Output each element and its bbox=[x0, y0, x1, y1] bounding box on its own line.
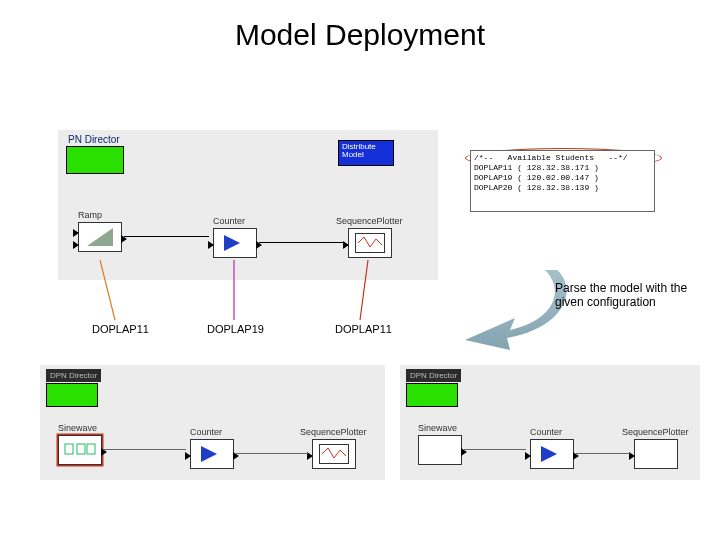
bottom-right-panel: DPN Director Sinewave Counter SequencePl… bbox=[400, 365, 700, 480]
counter-port-in bbox=[208, 241, 214, 249]
counter-actor-left bbox=[190, 439, 234, 469]
config-line-0: DOPLAP11 ( 128.32.38.171 ) bbox=[474, 163, 599, 172]
host-label-b: DOPLAP19 bbox=[207, 323, 264, 335]
counter-port-in-right bbox=[525, 452, 531, 460]
ramp-actor bbox=[78, 222, 122, 252]
wire-br-2 bbox=[576, 453, 630, 454]
config-header: /*-- Available Students --*/ bbox=[474, 153, 628, 162]
wire-counter-plotter bbox=[259, 242, 344, 243]
ramp-port-in-2 bbox=[73, 241, 79, 249]
ramp-port-in-1 bbox=[73, 229, 79, 237]
plotter-icon bbox=[355, 233, 385, 253]
counter-amp-icon-left bbox=[201, 446, 217, 462]
bottom-left-panel: DPN Director Sinewave Counter SequencePl… bbox=[40, 365, 385, 480]
host-label-a: DOPLAP11 bbox=[92, 323, 149, 335]
counter-actor bbox=[213, 228, 257, 258]
dpn-director-label-right: DPN Director bbox=[406, 369, 461, 382]
wire-ramp-counter bbox=[124, 236, 209, 237]
slide: Model Deployment PN Director Distribute … bbox=[0, 0, 720, 540]
wire-br-1 bbox=[464, 449, 526, 450]
wire-bl-1 bbox=[104, 449, 186, 450]
wire-bl-2 bbox=[236, 453, 308, 454]
svg-rect-3 bbox=[65, 444, 73, 454]
top-model-panel: PN Director Distribute Model Ramp Counte… bbox=[58, 130, 438, 280]
counter-amp-icon-right bbox=[541, 446, 557, 462]
sine-actor-right bbox=[418, 435, 462, 465]
plotter-actor-right bbox=[634, 439, 678, 469]
pn-director-label: PN Director bbox=[68, 134, 120, 145]
counter-label-left: Counter bbox=[190, 427, 222, 437]
counter-label: Counter bbox=[213, 216, 245, 226]
plotter-actor bbox=[348, 228, 392, 258]
dpn-director-label-left: DPN Director bbox=[46, 369, 101, 382]
config-line-1: DOPLAP19 ( 120.02.00.147 ) bbox=[474, 173, 599, 182]
sine-icon bbox=[63, 442, 97, 458]
plotter-actor-left bbox=[312, 439, 356, 469]
config-text-box: /*-- Available Students --*/ DOPLAP11 ( … bbox=[470, 150, 655, 212]
plotter-label-right: SequencePlotter bbox=[622, 427, 689, 437]
sine-label-left: Sinewave bbox=[58, 423, 97, 433]
dpn-director-block-left bbox=[46, 383, 98, 407]
ramp-label: Ramp bbox=[78, 210, 102, 220]
host-label-c: DOPLAP11 bbox=[335, 323, 392, 335]
dpn-director-block-right bbox=[406, 383, 458, 407]
config-line-2: DOPLAP20 ( 128.32.38.139 ) bbox=[474, 183, 599, 192]
plotter-icon-left bbox=[319, 444, 349, 464]
svg-rect-4 bbox=[77, 444, 85, 454]
svg-rect-5 bbox=[87, 444, 95, 454]
slide-title: Model Deployment bbox=[0, 18, 720, 52]
counter-amp-icon bbox=[224, 235, 240, 251]
sine-label-right: Sinewave bbox=[418, 423, 457, 433]
plotter-label: SequencePlotter bbox=[336, 216, 403, 226]
counter-label-right: Counter bbox=[530, 427, 562, 437]
sine-actor-left bbox=[58, 435, 102, 465]
pn-director-block bbox=[66, 146, 124, 174]
counter-actor-right bbox=[530, 439, 574, 469]
parse-caption: Parse the model with the given configura… bbox=[555, 282, 710, 310]
distribute-model-label: Distribute Model bbox=[342, 142, 376, 159]
distribute-model-block: Distribute Model bbox=[338, 140, 394, 166]
plotter-label-left: SequencePlotter bbox=[300, 427, 367, 437]
ramp-icon bbox=[87, 228, 113, 246]
counter-port-in-left bbox=[185, 452, 191, 460]
